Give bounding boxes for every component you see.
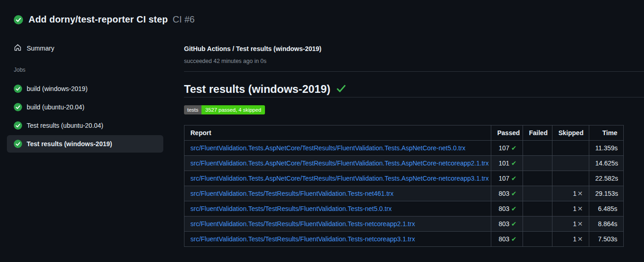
- check-icon: ✔: [511, 175, 517, 182]
- report-cell: src/FluentValidation.Tests.AspNetCore/Te…: [184, 171, 491, 186]
- column-header-failed: Failed: [523, 125, 552, 141]
- home-icon: [14, 44, 22, 53]
- passed-cell: 803✔: [491, 201, 523, 216]
- column-header-passed: Passed: [491, 125, 523, 141]
- failed-cell: [523, 186, 552, 201]
- jobs-list: build (windows-2019) build (ubuntu-20.04…: [0, 80, 170, 154]
- failed-cell: [523, 171, 552, 186]
- header-divider: [184, 71, 644, 72]
- sidebar-summary-label: Summary: [27, 45, 54, 52]
- column-header-report: Report: [184, 125, 491, 141]
- sidebar-job-item[interactable]: Test results (windows-2019): [7, 135, 163, 153]
- sidebar-job-label: build (ubuntu-20.04): [27, 103, 84, 111]
- time-cell: 6.485s: [589, 201, 624, 216]
- sidebar-job-label: Test results (ubuntu-20.04): [27, 122, 104, 129]
- report-link[interactable]: src/FluentValidation.Tests.AspNetCore/Te…: [190, 175, 489, 182]
- report-heading-text: Test results (windows-2019): [184, 83, 330, 96]
- table-row: src/FluentValidation.Tests/TestResults/F…: [184, 232, 624, 247]
- report-cell: src/FluentValidation.Tests.AspNetCore/Te…: [184, 156, 491, 171]
- table-row: src/FluentValidation.Tests/TestResults/F…: [184, 216, 624, 232]
- sidebar-job-label: Test results (windows-2019): [27, 140, 112, 148]
- time-cell: 11.359s: [589, 141, 624, 156]
- x-icon: ✕: [577, 205, 583, 212]
- check-icon: ✔: [511, 190, 517, 197]
- table-row: src/FluentValidation.Tests/TestResults/F…: [184, 186, 624, 201]
- time-cell: 22.582s: [589, 171, 624, 186]
- check-icon: ✔: [511, 159, 517, 167]
- report-cell: src/FluentValidation.Tests/TestResults/F…: [184, 232, 491, 247]
- report-cell: src/FluentValidation.Tests.AspNetCore/Te…: [184, 141, 491, 156]
- skipped-cell: [552, 171, 589, 186]
- heading-divider: [184, 97, 644, 97]
- badge-label: tests: [184, 105, 201, 114]
- report-table: ReportPassedFailedSkippedTime src/Fluent…: [184, 125, 624, 247]
- failed-cell: [523, 141, 552, 156]
- table-row: src/FluentValidation.Tests.AspNetCore/Te…: [184, 156, 624, 171]
- report-table-head-row: ReportPassedFailedSkippedTime: [184, 125, 624, 141]
- tests-badge: tests 3527 passed, 4 skipped: [184, 105, 265, 114]
- skipped-cell: 1✕: [552, 216, 589, 232]
- check-icon: ✔: [511, 235, 517, 243]
- report-cell: src/FluentValidation.Tests/TestResults/F…: [184, 216, 491, 232]
- check-circle-icon: [14, 121, 22, 130]
- passed-cell: 107✔: [491, 141, 523, 156]
- column-header-time: Time: [589, 125, 624, 141]
- skipped-cell: 1✕: [552, 232, 589, 247]
- time-cell: 7.503s: [589, 232, 624, 247]
- skipped-cell: [552, 141, 589, 156]
- passed-cell: 101✔: [491, 156, 523, 171]
- badge-value: 3527 passed, 4 skipped: [201, 105, 264, 114]
- check-icon: ✔: [511, 144, 517, 152]
- check-circle-icon: [14, 85, 22, 93]
- check-circle-icon: [14, 140, 22, 148]
- column-header-skipped: Skipped: [552, 125, 589, 141]
- check-circle-icon: [14, 15, 23, 24]
- report-link[interactable]: src/FluentValidation.Tests/TestResults/F…: [190, 220, 415, 228]
- page-title: Add dorny/test-reporter CI step CI #6: [29, 14, 195, 25]
- passed-cell: 107✔: [491, 171, 523, 186]
- job-breadcrumb: GitHub Actions / Test results (windows-2…: [184, 45, 322, 52]
- success-check-icon: [336, 83, 346, 96]
- time-cell: 8.864s: [589, 216, 624, 232]
- time-cell: 29.153s: [589, 186, 624, 201]
- workflow-run-page: Add dorny/test-reporter CI step CI #6 Su…: [0, 0, 644, 262]
- table-row: src/FluentValidation.Tests/TestResults/F…: [184, 201, 624, 216]
- check-circle-icon: [14, 103, 22, 111]
- sidebar-job-item[interactable]: build (windows-2019): [7, 80, 163, 97]
- table-row: src/FluentValidation.Tests.AspNetCore/Te…: [184, 171, 624, 186]
- x-icon: ✕: [577, 190, 583, 197]
- run-title: Add dorny/test-reporter CI step: [29, 14, 168, 24]
- sidebar-job-label: build (windows-2019): [27, 85, 87, 92]
- skipped-cell: 1✕: [552, 186, 589, 201]
- check-icon: ✔: [511, 220, 517, 228]
- check-icon: ✔: [511, 205, 517, 212]
- sidebar-job-item[interactable]: build (ubuntu-20.04): [7, 98, 163, 116]
- run-header: Add dorny/test-reporter CI step CI #6: [14, 14, 195, 25]
- report-link[interactable]: src/FluentValidation.Tests.AspNetCore/Te…: [190, 159, 489, 167]
- skipped-cell: [552, 156, 589, 171]
- skipped-cell: 1✕: [552, 201, 589, 216]
- report-table-body: src/FluentValidation.Tests.AspNetCore/Te…: [184, 141, 624, 247]
- report-link[interactable]: src/FluentValidation.Tests/TestResults/F…: [190, 190, 393, 197]
- failed-cell: [523, 201, 552, 216]
- x-icon: ✕: [577, 220, 583, 228]
- job-status-line: succeeded 42 minutes ago in 0s: [184, 58, 266, 64]
- time-cell: 14.625s: [589, 156, 624, 171]
- sidebar-job-item[interactable]: Test results (ubuntu-20.04): [7, 117, 163, 134]
- main-content: GitHub Actions / Test results (windows-2…: [184, 0, 644, 262]
- report-cell: src/FluentValidation.Tests/TestResults/F…: [184, 201, 491, 216]
- report-link[interactable]: src/FluentValidation.Tests.AspNetCore/Te…: [190, 144, 466, 152]
- failed-cell: [523, 232, 552, 247]
- sidebar-item-summary[interactable]: Summary: [14, 44, 54, 53]
- jobs-section-label: Jobs: [14, 67, 25, 73]
- passed-cell: 803✔: [491, 216, 523, 232]
- report-link[interactable]: src/FluentValidation.Tests/TestResults/F…: [190, 205, 392, 212]
- passed-cell: 803✔: [491, 232, 523, 247]
- x-icon: ✕: [577, 235, 583, 243]
- report-cell: src/FluentValidation.Tests/TestResults/F…: [184, 186, 491, 201]
- report-link[interactable]: src/FluentValidation.Tests/TestResults/F…: [190, 235, 415, 243]
- table-row: src/FluentValidation.Tests.AspNetCore/Te…: [184, 141, 624, 156]
- passed-cell: 803✔: [491, 186, 523, 201]
- report-heading: Test results (windows-2019): [184, 83, 346, 96]
- failed-cell: [523, 156, 552, 171]
